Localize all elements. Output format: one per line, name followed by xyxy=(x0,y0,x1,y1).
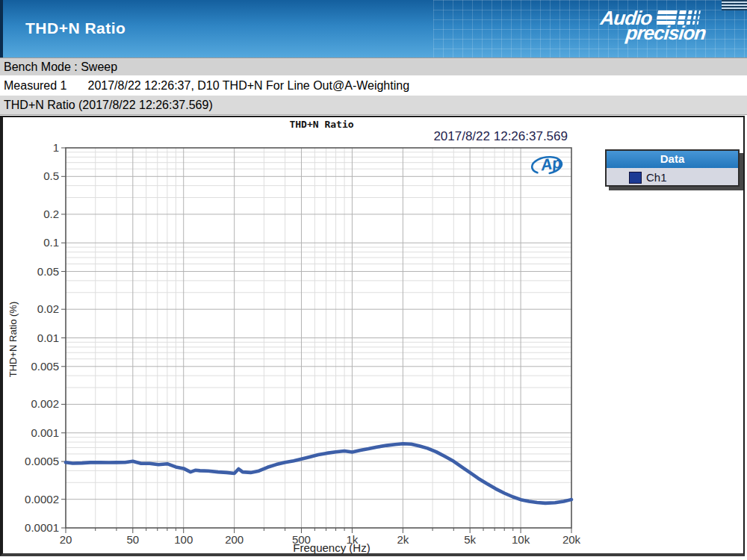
legend-row-ch1[interactable]: Ch1 xyxy=(607,168,738,187)
y-tick-label: 0.002 xyxy=(31,397,59,410)
title-bar: THD+N Ratio Audio precision xyxy=(0,0,747,57)
legend-box: Data Ch1 xyxy=(605,149,740,187)
chart-panel: THD+N Ratio 2017/8/22 12:26:37.569 20501… xyxy=(0,116,745,556)
y-tick-label: 0.02 xyxy=(37,302,59,315)
y-tick-label: 0.5 xyxy=(43,169,59,182)
series-ch1-line xyxy=(66,444,571,503)
measured-value: 2017/8/22 12:26:37, D10 THD+N For Line O… xyxy=(88,75,410,96)
y-tick-label: 0.001 xyxy=(31,426,59,439)
x-tick-label: 5k xyxy=(464,533,476,546)
bench-mode-bar: Bench Mode : Sweep xyxy=(0,57,747,75)
legend-label-ch1: Ch1 xyxy=(646,171,667,184)
y-tick-label: 0.0002 xyxy=(25,493,59,505)
x-tick-label: 20k xyxy=(562,533,581,546)
page-title: THD+N Ratio xyxy=(25,19,125,37)
y-tick-label: 0.005 xyxy=(31,360,59,373)
y-tick-label: 0.05 xyxy=(37,265,59,278)
x-tick-label: 10k xyxy=(512,533,530,546)
legend-swatch-ch1 xyxy=(629,172,642,184)
x-axis-title: Frequency (Hz) xyxy=(227,541,436,554)
audio-precision-logo: Audio precision xyxy=(601,9,706,45)
ap-watermark-icon: Ap xyxy=(526,150,572,178)
y-tick-label: 1 xyxy=(53,141,59,154)
x-tick-label: 20 xyxy=(60,533,72,546)
y-tick-labels: 10.50.20.10.050.020.010.0050.0020.0010.0… xyxy=(25,141,59,534)
x-tick-label: 50 xyxy=(126,533,139,546)
y-axis-title: THD+N Ratio (%) xyxy=(7,284,19,396)
ap-watermark-text: Ap xyxy=(539,154,562,174)
logo-word-precision: precision xyxy=(625,24,707,42)
y-tick-label: 0.1 xyxy=(43,236,59,249)
y-tick-label: 0.01 xyxy=(37,332,59,344)
graph-title-bar: THD+N Ratio (2017/8/22 12:26:37.569) xyxy=(0,96,747,115)
page: THD+N Ratio Audio precision Bench Mode :… xyxy=(0,0,747,560)
measured-label: Measured 1 xyxy=(4,75,67,96)
x-tick-label: 100 xyxy=(174,533,193,546)
y-tick-label: 0.2 xyxy=(43,208,59,220)
corner-stripes-decoration xyxy=(722,0,747,10)
y-tick-label: 0.0001 xyxy=(25,521,59,534)
legend-header: Data xyxy=(607,151,738,168)
measured-row: Measured 1 2017/8/22 12:26:37, D10 THD+N… xyxy=(0,75,747,96)
y-tick-label: 0.0005 xyxy=(25,455,59,467)
